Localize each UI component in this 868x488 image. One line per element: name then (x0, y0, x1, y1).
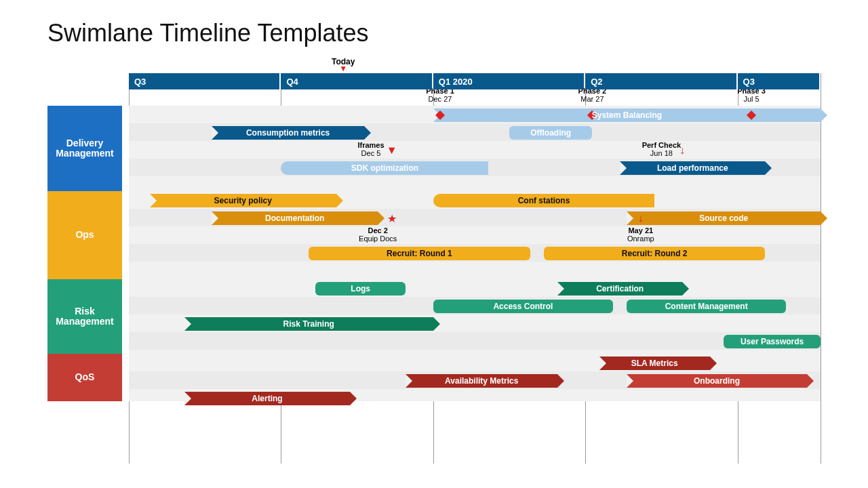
bar: User Passwords (724, 335, 821, 348)
down-arrow-icon: ↓ (638, 212, 644, 224)
lane-label-ops: Ops (47, 191, 122, 279)
annotation: Dec 2Equip Docs (359, 226, 397, 243)
swimlane-chart: Today ▼ System BalancingConsumption metr… (47, 57, 821, 464)
bar: Conf stations (433, 194, 654, 207)
lane-label-risk: Risk Management (47, 279, 122, 354)
bar: Source code (627, 211, 821, 225)
bar: Onboarding (627, 374, 806, 388)
bar: Recruit: Round 1 (309, 247, 530, 260)
bar: Documentation (212, 211, 378, 225)
bar: Consumption metrics (212, 126, 363, 140)
bar: Alerting (184, 392, 351, 405)
bar: Load performance (620, 161, 765, 175)
bar: SLA Metrics (599, 357, 710, 370)
quarter-header: Q3 (738, 73, 819, 89)
bar: Offloading (509, 126, 592, 140)
today-marker: Today ▼ (332, 57, 355, 70)
quarter-header: Q4 (281, 73, 431, 89)
annotation: May 21Onramp (627, 226, 654, 243)
annotation: IframesDec 5 (357, 141, 384, 157)
bar: Risk Training (184, 317, 433, 331)
bar: Availability Metrics (406, 374, 557, 388)
bar: Logs (315, 282, 406, 296)
bar: Content Management (627, 300, 786, 313)
annotation: Perf CheckJun 18 (642, 141, 681, 157)
bar: Recruit: Round 2 (544, 247, 765, 260)
triangle-icon: ▼ (387, 144, 397, 157)
page-title: Swimlane Timeline Templates (47, 19, 821, 47)
lane-label-qos: QoS (47, 354, 122, 401)
quarter-header: Q3 (129, 73, 279, 89)
bar: SDK optimization (281, 161, 488, 175)
down-arrow-icon: ↓ (679, 144, 685, 157)
quarter-header: Q2 (585, 73, 736, 89)
quarter-header: Q1 2020 (433, 73, 584, 89)
star-icon: ★ (387, 212, 397, 225)
bar: Security policy (150, 194, 336, 207)
bar: Certification (557, 282, 682, 296)
lane-label-delivery: Delivery Management (47, 106, 122, 191)
bar: System Balancing (433, 108, 821, 122)
bar: Access Control (433, 300, 613, 313)
today-marker-icon: ▼ (332, 66, 355, 70)
